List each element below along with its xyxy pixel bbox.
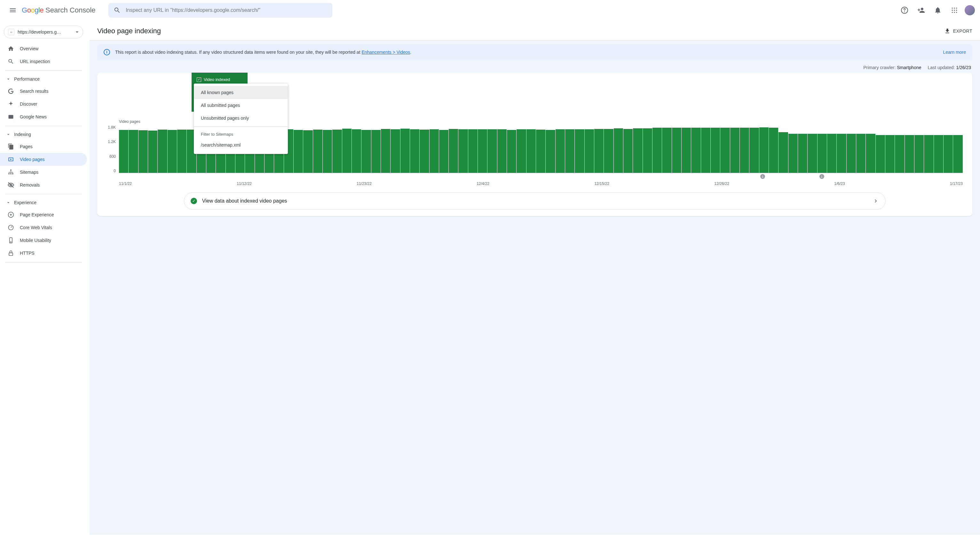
search-input[interactable] <box>126 7 327 13</box>
sidebar-item-pages[interactable]: Pages <box>0 140 87 153</box>
chart-bar[interactable] <box>643 128 652 173</box>
chart-bar[interactable] <box>788 134 798 173</box>
event-marker[interactable]: 1 <box>760 174 765 179</box>
view-indexed-pages-button[interactable]: ✓ View data about indexed video pages <box>184 192 886 210</box>
sidebar-item-core-web-vitals[interactable]: Core Web Vitals <box>0 221 87 234</box>
chart-bar[interactable] <box>565 129 574 173</box>
chart-bar[interactable] <box>895 135 904 173</box>
chart-bar[interactable] <box>536 130 545 173</box>
property-selector[interactable]: ‹› https://developers.g… <box>4 25 83 38</box>
dropdown-item-all-known[interactable]: All known pages <box>194 86 288 99</box>
dropdown-item-all-submitted[interactable]: All submitted pages <box>194 99 288 112</box>
chart-bar[interactable] <box>332 130 342 173</box>
chart-bar[interactable] <box>594 129 603 173</box>
sidebar-item-search-results[interactable]: Search results <box>0 85 87 97</box>
add-user-button[interactable] <box>915 4 928 17</box>
chart-bar[interactable] <box>575 129 584 173</box>
chart-bar[interactable] <box>168 130 177 173</box>
chart-bar[interactable] <box>604 129 613 173</box>
chart-bar[interactable] <box>361 130 371 173</box>
chart-bar[interactable] <box>846 134 856 173</box>
chart-bar[interactable] <box>420 130 429 173</box>
chart-bar[interactable] <box>633 128 642 173</box>
chart-bar[interactable] <box>294 130 303 173</box>
chart-bar[interactable] <box>769 128 778 173</box>
chart-bar[interactable] <box>682 128 691 173</box>
chart-bar[interactable] <box>624 129 633 173</box>
chart-bar[interactable] <box>778 132 788 173</box>
chart-bar[interactable] <box>837 134 846 173</box>
chart-bar[interactable] <box>749 128 759 173</box>
sidebar-item-https[interactable]: HTTPS <box>0 247 87 260</box>
dropdown-item-sitemap[interactable]: /search/sitemap.xml <box>194 139 288 151</box>
chart-bar[interactable] <box>468 129 477 173</box>
chart-bar[interactable] <box>129 130 138 173</box>
sidebar-item-removals[interactable]: Removals <box>0 178 87 191</box>
chart-bar[interactable] <box>818 134 827 173</box>
chart-bar[interactable] <box>546 130 555 173</box>
chart-bar[interactable] <box>876 135 885 173</box>
chart-bar[interactable] <box>371 130 380 173</box>
chart-bar[interactable] <box>381 129 390 173</box>
chart-bar[interactable] <box>711 128 720 173</box>
chart-bar[interactable] <box>517 129 526 173</box>
dropdown-item-unsubmitted[interactable]: Unsubmitted pages only <box>194 112 288 124</box>
chart-bar[interactable] <box>507 130 516 173</box>
chart-bar[interactable] <box>148 131 158 173</box>
chart-bar[interactable] <box>652 128 662 173</box>
chart-bar[interactable] <box>303 130 312 173</box>
chart-bar[interactable] <box>720 128 730 173</box>
chart-bar[interactable] <box>662 128 671 173</box>
chart-bar[interactable] <box>740 128 749 173</box>
chart-bar[interactable] <box>478 129 487 173</box>
chart-bar[interactable] <box>701 128 710 173</box>
export-button[interactable]: EXPORT <box>944 28 972 34</box>
chart-bar[interactable] <box>323 130 332 173</box>
chart-bar[interactable] <box>691 128 700 173</box>
sidebar-section-experience[interactable]: Experience <box>0 197 87 208</box>
chart-bar[interactable] <box>856 134 865 173</box>
chart-bar[interactable] <box>798 134 807 173</box>
sidebar-item-google-news[interactable]: Google News <box>0 110 87 123</box>
chart-bar[interactable] <box>439 130 449 173</box>
chart-bar[interactable] <box>866 134 875 173</box>
chart-bar[interactable] <box>885 135 895 173</box>
chart-bar[interactable] <box>808 134 817 173</box>
sidebar-section-performance[interactable]: Performance <box>0 73 87 85</box>
chart-bar[interactable] <box>352 129 361 173</box>
chart-bar[interactable] <box>730 128 740 173</box>
chart-bar[interactable] <box>555 129 565 173</box>
sidebar-item-mobile-usability[interactable]: Mobile Usability <box>0 234 87 247</box>
hamburger-menu-button[interactable] <box>5 3 21 18</box>
chart-bar[interactable] <box>672 128 681 173</box>
chart-bar[interactable] <box>410 129 419 173</box>
sidebar-section-indexing[interactable]: Indexing <box>0 129 87 140</box>
chart-bar[interactable] <box>401 129 410 173</box>
chart-bar[interactable] <box>430 129 439 173</box>
chart-bar[interactable] <box>158 130 167 173</box>
chart-bar[interactable] <box>924 135 933 173</box>
sidebar-item-discover[interactable]: Discover <box>0 97 87 110</box>
chart-bar[interactable] <box>458 129 468 173</box>
chart-bar[interactable] <box>759 127 768 173</box>
sidebar-item-sitemaps[interactable]: Sitemaps <box>0 166 87 178</box>
avatar[interactable] <box>965 5 975 15</box>
enhancements-link[interactable]: Enhancements > Videos <box>361 49 410 55</box>
chart-bar[interactable] <box>487 129 497 173</box>
help-button[interactable] <box>898 4 911 17</box>
chart-bar[interactable] <box>449 129 458 173</box>
apps-button[interactable] <box>948 4 961 17</box>
chart-bar[interactable] <box>915 135 924 173</box>
sidebar-item-url-inspection[interactable]: URL inspection <box>0 55 87 68</box>
logo[interactable]: Google Search Console <box>22 6 95 14</box>
chart-bar[interactable] <box>614 128 623 173</box>
event-marker[interactable]: 1 <box>819 174 824 179</box>
chart-bar[interactable] <box>527 129 536 173</box>
chart-bar[interactable] <box>138 130 148 173</box>
chart-bar[interactable] <box>934 135 943 173</box>
url-inspect-search[interactable] <box>108 3 332 18</box>
chart-bar[interactable] <box>497 129 507 173</box>
sidebar-item-video-pages[interactable]: Video pages <box>0 153 87 166</box>
chart-bar[interactable] <box>391 129 400 173</box>
chart-bar[interactable] <box>905 135 914 173</box>
